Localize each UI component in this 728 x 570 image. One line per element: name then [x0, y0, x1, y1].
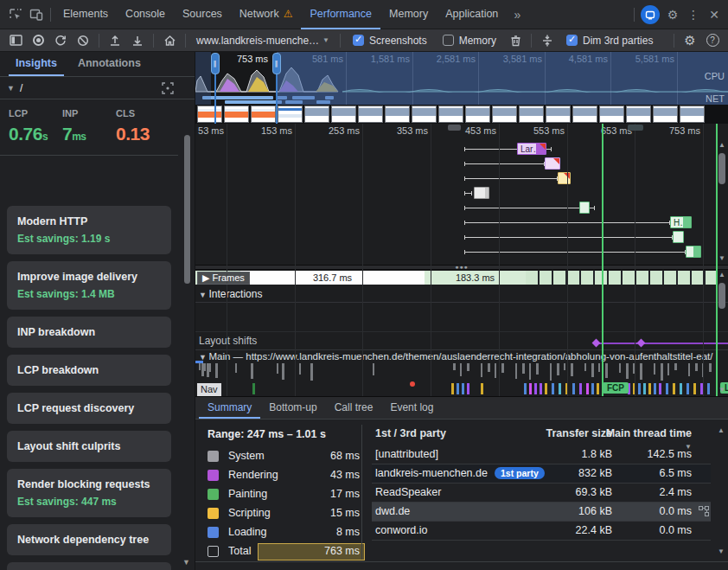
screenshot-thumbnail[interactable]	[224, 106, 249, 123]
layout-shift-marker[interactable]	[592, 339, 601, 348]
tab-elements[interactable]: Elements	[54, 0, 117, 29]
screenshot-thumbnail[interactable]	[653, 106, 678, 123]
scroll-down-icon[interactable]: ▼	[182, 558, 190, 567]
device-toolbar-icon[interactable]	[26, 3, 47, 26]
network-request[interactable]	[545, 157, 560, 170]
insight-card[interactable]: Render blocking requestsEst savings: 447…	[7, 469, 171, 517]
sidebar-tab-annotations[interactable]: Annotations	[71, 52, 148, 76]
details-tab-summary[interactable]: Summary	[199, 397, 260, 419]
table-row[interactable]: ReadSpeaker69.3 kB2.4 ms	[372, 484, 711, 503]
insight-card[interactable]: INP breakdown	[7, 317, 171, 348]
inspect-icon[interactable]	[5, 3, 26, 26]
screenshots-checkbox[interactable]: Screenshots	[353, 35, 427, 47]
long-task-indicator[interactable]	[410, 381, 415, 387]
dim-3rd-parties-checkbox[interactable]: Dim 3rd parties	[566, 35, 653, 47]
screenshot-thumbnail[interactable]	[546, 106, 571, 123]
frames-track[interactable]: ▶ Frames316.7 ms183.3 ms	[195, 270, 728, 285]
timings-strip[interactable]: NavFCPLCP	[195, 382, 728, 396]
interactions-track[interactable]: ▼ Interactions	[195, 285, 728, 303]
memory-checkbox[interactable]: Memory	[443, 35, 496, 47]
table-row[interactable]: conword.io22.4 kB0.0 ms	[372, 522, 711, 541]
insight-card[interactable]: Font displayEst savings: 40 ms	[7, 562, 171, 570]
scrollbar-thumb[interactable]	[718, 153, 725, 184]
sidebar-toggle-icon[interactable]	[5, 31, 26, 50]
screenshot-thumbnail[interactable]	[465, 106, 490, 123]
home-icon[interactable]	[159, 31, 180, 50]
screenshot-thumbnail[interactable]	[358, 106, 383, 123]
tab-performance[interactable]: Performance	[301, 0, 380, 29]
tab-network[interactable]: Network⚠	[231, 0, 302, 29]
network-scrollbar[interactable]: ▲ ▼	[717, 141, 727, 262]
column-header-party[interactable]: 1st / 3rd party	[375, 427, 446, 439]
screenshot-thumbnail[interactable]	[251, 106, 276, 123]
screenshot-thumbnail[interactable]	[438, 106, 463, 123]
scroll-up-icon[interactable]: ▲	[718, 426, 725, 434]
record-button[interactable]	[28, 31, 48, 50]
insight-card[interactable]: LCP breakdown	[7, 355, 171, 386]
field-data-icon[interactable]	[162, 82, 174, 94]
sidebar-scrollbar[interactable]: ▼	[182, 106, 192, 568]
layout-shift-marker[interactable]	[637, 339, 646, 348]
history-url-select[interactable]: www.landkreis-muenche…▼	[191, 35, 335, 47]
scrollbar-thumb[interactable]	[718, 283, 725, 309]
layout-shifts-track[interactable]: Layout shifts	[195, 331, 728, 349]
frame-segments-small[interactable]	[526, 271, 716, 285]
nav-marker-badge[interactable]: Nav	[197, 383, 221, 396]
clear-button[interactable]	[73, 31, 93, 50]
scroll-up-icon[interactable]: ▲	[717, 271, 727, 279]
selection-handle-right[interactable]: ∥	[272, 53, 281, 74]
network-request[interactable]	[686, 246, 701, 258]
screenshot-thumbnail[interactable]	[492, 106, 517, 123]
dependency-tree-icon[interactable]	[699, 506, 709, 516]
network-request[interactable]	[579, 202, 590, 214]
selection-handle-left[interactable]: ∥	[211, 53, 220, 74]
help-icon[interactable]: ?	[702, 31, 723, 50]
frame-segment[interactable]: 316.7 ms	[240, 271, 425, 285]
page-path-row[interactable]: ▼ /	[0, 77, 195, 99]
flame-chart-area[interactable]: Lar…H… ●●● ▶ Frames316.7 ms183.3 ms ▼ In…	[195, 124, 728, 396]
network-request[interactable]	[673, 231, 684, 243]
throttling-icon[interactable]	[537, 31, 558, 50]
scroll-up-icon[interactable]: ▲	[717, 141, 727, 149]
scroll-down-icon[interactable]: ▼	[717, 386, 727, 394]
insight-card[interactable]: Modern HTTPEst savings: 1.19 s	[7, 206, 171, 254]
insight-card[interactable]: Layout shift culprits	[7, 431, 171, 462]
screenshot-thumbnail[interactable]	[385, 106, 410, 123]
screenshot-thumbnail[interactable]	[197, 106, 222, 123]
insight-card[interactable]: Network dependency tree	[7, 524, 171, 555]
reload-record-button[interactable]	[50, 31, 71, 50]
screenshot-thumbnail[interactable]	[626, 106, 651, 123]
table-row[interactable]: landkreis-muenchen.de1st party832 kB6.5 …	[372, 464, 711, 484]
tab-sources[interactable]: Sources	[174, 0, 231, 29]
tracks-scrollbar[interactable]: ▲ ▼	[717, 271, 727, 394]
triangle-down-icon[interactable]: ▼	[199, 291, 208, 299]
network-request[interactable]	[474, 187, 489, 199]
tab-console[interactable]: Console	[117, 0, 174, 29]
garbage-collect-icon[interactable]	[505, 31, 526, 50]
network-request[interactable]: H…	[670, 216, 692, 228]
settings-gear-icon[interactable]: ⚙	[662, 3, 683, 26]
network-request[interactable]: Lar…	[517, 143, 546, 155]
sidebar-tab-insights[interactable]: Insights	[9, 52, 64, 76]
screenshot-thumbnail[interactable]	[680, 106, 705, 123]
close-icon[interactable]: ✕	[704, 3, 725, 26]
screenshot-thumbnail[interactable]	[519, 106, 544, 123]
screenshot-thumbnail[interactable]	[278, 106, 303, 123]
screenshot-thumbnail[interactable]	[599, 106, 624, 123]
kebab-menu-icon[interactable]: ⋮	[683, 3, 704, 26]
frames-track-label[interactable]: ▶ Frames	[197, 272, 250, 285]
fcp-marker-badge[interactable]: FCP	[603, 382, 629, 394]
panel-settings-gear-icon[interactable]: ⚙	[680, 31, 700, 50]
column-header-transfer-size[interactable]: Transfer size	[510, 427, 612, 439]
network-track[interactable]: Lar…H…	[195, 139, 728, 265]
tab-application[interactable]: Application	[437, 0, 507, 29]
details-tab-event-log[interactable]: Event log	[381, 397, 442, 419]
screenshot-thumbnail[interactable]	[304, 106, 329, 123]
table-row[interactable]: dwd.de106 kB0.0 ms	[372, 503, 711, 522]
screenshot-thumbnail[interactable]	[331, 106, 356, 123]
scroll-down-icon[interactable]: ▼	[718, 548, 725, 555]
scrollbar-thumb[interactable]	[184, 135, 190, 284]
tab-memory[interactable]: Memory	[380, 0, 437, 29]
details-tab-call-tree[interactable]: Call tree	[326, 397, 382, 419]
frame-segment[interactable]: 183.3 ms	[425, 271, 526, 285]
